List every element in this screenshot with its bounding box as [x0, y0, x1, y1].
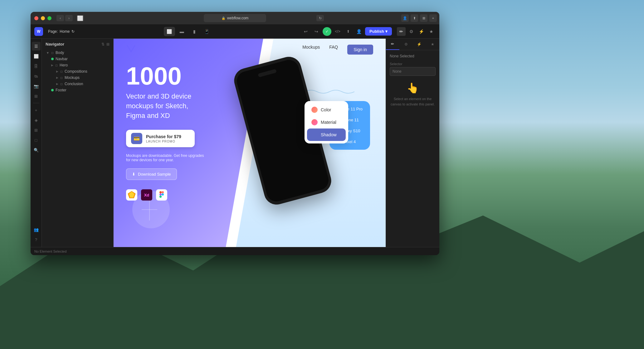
edit-tool-btn[interactable]: ✏ [397, 27, 406, 36]
purchase-button[interactable]: 💳 Purchase for $79 LAUNCH PROMO [126, 130, 195, 147]
navigator-icon[interactable]: ☰ [32, 42, 41, 51]
download-icon: ⬇ [132, 172, 135, 177]
cms-icon[interactable]: 🗄 [32, 62, 41, 70]
sketch-icon [126, 189, 137, 201]
navigator-sort-icon[interactable]: ⇅ [101, 42, 105, 46]
add-icon[interactable]: + [32, 106, 41, 114]
figma-icon [156, 189, 167, 201]
code-button[interactable]: </> [333, 27, 342, 36]
app-icons: Xd [126, 189, 248, 201]
undo-button[interactable]: ↩ [301, 27, 310, 36]
box-icon[interactable]: □ [32, 136, 41, 144]
purchase-price: Purchase for $79 [146, 134, 181, 139]
none-selected-text: None Selected [390, 54, 436, 58]
publish-button[interactable]: Publish ▾ [365, 27, 392, 36]
nav-mockups-link[interactable]: Mockups [302, 45, 320, 55]
wf-logo: W [34, 27, 43, 36]
share-icon[interactable]: ⬆ [411, 14, 418, 22]
navigator-grid-icon[interactable]: ⊞ [106, 42, 110, 46]
nav-item-hero-label: Hero [60, 63, 68, 67]
minimize-button[interactable] [41, 16, 45, 20]
sidebar-toggle[interactable]: ⬜ [76, 15, 84, 21]
nav-faq-link[interactable]: FAQ [329, 45, 338, 55]
nav-signin-link[interactable]: Sign in [347, 45, 373, 55]
tab-options-icon[interactable]: ⊞ [420, 14, 427, 22]
nav-item-conclusion-label: Conclusion [65, 82, 83, 86]
traffic-lights [34, 16, 51, 20]
help-icon[interactable]: ? [32, 235, 41, 244]
right-panel-header: ✏ ⚙ ⚡ ★ [386, 39, 439, 50]
grid-icon[interactable]: ⊞ [32, 126, 41, 134]
nav-item-mockups[interactable]: ▶ □ Mockups [42, 75, 113, 81]
assets-icon[interactable]: 📷 [32, 82, 41, 90]
viewport-tablet-v-btn[interactable]: ▮ [189, 27, 200, 36]
new-tab-icon[interactable]: + [429, 14, 437, 22]
search-icon[interactable]: 🔍 [32, 146, 41, 154]
refresh-button[interactable]: ↻ [316, 15, 324, 21]
animation-tool-btn[interactable]: ★ [427, 27, 436, 36]
url-text: webflow.com [227, 16, 249, 20]
compositions-folder-icon: □ [61, 70, 62, 73]
status-bar: No Element Selected [31, 247, 439, 255]
mockups-expand-icon: ▶ [56, 76, 58, 79]
pages-icon[interactable]: ⬜ [32, 52, 41, 61]
right-panel: ✏ ⚙ ⚡ ★ None Selected Selector 👆 [386, 39, 439, 247]
nav-item-body-label: Body [56, 51, 64, 55]
nav-item-compositions-label: Compositions [65, 69, 87, 74]
nav-item-body[interactable]: ▼ □ Body [42, 50, 113, 56]
color-option-material[interactable]: Material [307, 116, 346, 128]
collab-icon: 👤 [354, 27, 363, 36]
color-option-color[interactable]: Color [307, 104, 346, 116]
interactions-tab[interactable]: ⚡ [413, 39, 426, 50]
nav-item-navbar-label: Navbar [56, 57, 68, 61]
settings-tab[interactable]: ⚙ [399, 39, 413, 50]
logic-icon[interactable]: ⊞ [32, 92, 41, 100]
download-label: Download Sample [138, 172, 171, 177]
fullscreen-button[interactable] [47, 16, 51, 20]
color-option-shadow[interactable]: Shadow [307, 128, 346, 141]
nav-item-navbar[interactable]: Navbar [42, 56, 113, 62]
folder-icon: □ [51, 51, 53, 55]
xd-icon: Xd [141, 189, 152, 201]
download-sample-button[interactable]: ⬇ Download Sample [126, 168, 177, 180]
ecommerce-icon[interactable]: 🛍 [32, 72, 41, 80]
viewport-tablet-h-btn[interactable]: ▬ [176, 27, 188, 36]
selector-input[interactable] [390, 67, 436, 76]
selector-label: Selector [390, 62, 436, 66]
export-button[interactable]: ⬆ [344, 27, 353, 36]
phone-notch [258, 69, 277, 77]
color-option-shadow-label: Shadow [321, 132, 337, 137]
back-button[interactable]: ‹ [56, 15, 64, 21]
viewport-desktop-btn[interactable]: ⬜ [164, 27, 175, 36]
settings-tab-icon: ⚙ [404, 42, 408, 46]
purchase-icon: 💳 [131, 133, 142, 144]
viewport-mobile-btn[interactable]: 📱 [201, 27, 212, 36]
close-button[interactable] [34, 16, 38, 20]
interaction-tool-btn[interactable]: ⚡ [417, 27, 426, 36]
right-panel-content: None Selected Selector 👆 Select an eleme… [386, 50, 439, 247]
settings-tool-btn[interactable]: ⚙ [407, 27, 416, 36]
conclusion-expand-icon: ▶ [56, 82, 58, 85]
nav-item-conclusion[interactable]: ▶ □ Conclusion [42, 81, 113, 87]
hero-folder-icon: □ [56, 64, 57, 67]
animations-tab[interactable]: ★ [426, 39, 439, 50]
url-bar[interactable]: 🔒 webflow.com [204, 14, 266, 22]
webpage: Mockups FAQ Sign in 1000 Vector and 3D d… [114, 39, 386, 247]
nav-item-hero[interactable]: ▶ □ Hero [42, 62, 113, 68]
page-name[interactable]: Home [60, 29, 70, 34]
redo-button[interactable]: ↪ [312, 27, 321, 36]
interactions-tab-icon: ⚡ [417, 42, 422, 46]
mockups-folder-icon: □ [61, 76, 62, 80]
forward-button[interactable]: › [65, 15, 73, 21]
style-tab-icon: ✏ [391, 42, 394, 46]
publish-arrow-icon: ▾ [385, 29, 388, 34]
users-icon[interactable]: 👥 [32, 225, 41, 234]
style-tab[interactable]: ✏ [386, 39, 399, 50]
page-label: Page: [48, 29, 58, 34]
profile-icon[interactable]: 👤 [401, 14, 409, 22]
canvas[interactable]: Mockups FAQ Sign in 1000 Vector and 3D d… [114, 39, 386, 247]
nav-item-compositions[interactable]: ▶ □ Compositions [42, 68, 113, 75]
left-icon-bar: ☰ ⬜ 🗄 🛍 📷 ⊞ + ◈ ⊞ □ 🔍 👥 ? [31, 39, 42, 247]
nav-item-footer[interactable]: Footer [42, 87, 113, 93]
components-icon[interactable]: ◈ [32, 116, 41, 124]
